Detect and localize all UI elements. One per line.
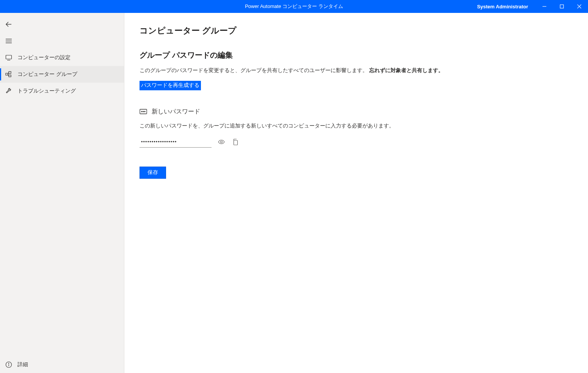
- sidebar-item-troubleshooting[interactable]: トラブルシューティング: [0, 83, 124, 99]
- group-icon: [5, 71, 12, 78]
- current-user[interactable]: System Administrator: [477, 4, 528, 9]
- regenerate-password-link[interactable]: パスワードを再生成する: [140, 81, 201, 90]
- hamburger-button[interactable]: [0, 33, 124, 49]
- page-title: コンピューター グループ: [140, 25, 573, 36]
- svg-point-22: [221, 141, 223, 143]
- section-title: グループ パスワードの編集: [140, 50, 573, 60]
- password-field-icon: [140, 109, 147, 115]
- main-content: コンピューター グループ グループ パスワードの編集 このグループのパスワードを…: [124, 13, 588, 373]
- copy-password-button[interactable]: [231, 138, 239, 146]
- close-button[interactable]: [571, 0, 588, 13]
- svg-point-19: [141, 111, 142, 112]
- minimize-icon: [542, 4, 547, 9]
- back-button[interactable]: [0, 16, 124, 33]
- sidebar-item-label: コンピューター グループ: [17, 71, 77, 78]
- svg-rect-12: [9, 75, 11, 77]
- app-title: Power Automate コンピューター ランタイム: [245, 3, 343, 10]
- svg-rect-8: [6, 55, 12, 59]
- svg-rect-23: [234, 140, 238, 145]
- info-icon: [5, 361, 12, 368]
- svg-point-21: [144, 111, 145, 112]
- eye-icon: [218, 138, 225, 145]
- sidebar-item-computer-groups[interactable]: コンピューター グループ: [0, 66, 124, 83]
- section-description: このグループのパスワードを変更すると、グループを共有したすべてのユーザーに影響し…: [140, 67, 573, 74]
- new-password-label: 新しいパスワード: [152, 108, 200, 116]
- svg-point-20: [143, 111, 144, 112]
- new-password-help: この新しいパスワードを、グループに追加する新しいすべてのコンピューターに入力する…: [140, 123, 573, 129]
- sidebar-item-details[interactable]: 詳細: [0, 356, 124, 373]
- hamburger-icon: [5, 38, 12, 44]
- wrench-icon: [5, 88, 12, 94]
- svg-rect-1: [560, 5, 564, 8]
- new-password-heading: 新しいパスワード: [140, 108, 573, 116]
- titlebar: Power Automate コンピューター ランタイム System Admi…: [0, 0, 588, 13]
- sidebar-item-label: トラブルシューティング: [17, 88, 76, 94]
- close-icon: [577, 4, 582, 9]
- maximize-icon: [560, 4, 564, 9]
- sidebar-item-label: 詳細: [17, 361, 28, 368]
- monitor-icon: [5, 54, 12, 61]
- sidebar: コンピューターの設定 コンピューター グループ トラブルシューティング 詳細: [0, 13, 124, 373]
- description-text: このグループのパスワードを変更すると、グループを共有したすべてのユーザーに影響し…: [140, 67, 368, 73]
- minimize-button[interactable]: [536, 0, 553, 13]
- sidebar-item-label: コンピューターの設定: [17, 54, 71, 61]
- password-input[interactable]: •••••••••••••••••: [140, 136, 212, 148]
- reveal-password-button[interactable]: [218, 138, 225, 146]
- sidebar-item-computer-settings[interactable]: コンピューターの設定: [0, 49, 124, 66]
- copy-icon: [232, 138, 238, 145]
- back-arrow-icon: [5, 21, 12, 28]
- description-bold: 忘れずに対象者と共有します。: [369, 67, 444, 73]
- save-button[interactable]: 保存: [140, 167, 166, 179]
- maximize-button[interactable]: [553, 0, 571, 13]
- svg-point-17: [8, 363, 9, 364]
- svg-rect-10: [6, 73, 8, 75]
- password-value: •••••••••••••••••: [141, 139, 177, 145]
- svg-rect-11: [9, 72, 11, 74]
